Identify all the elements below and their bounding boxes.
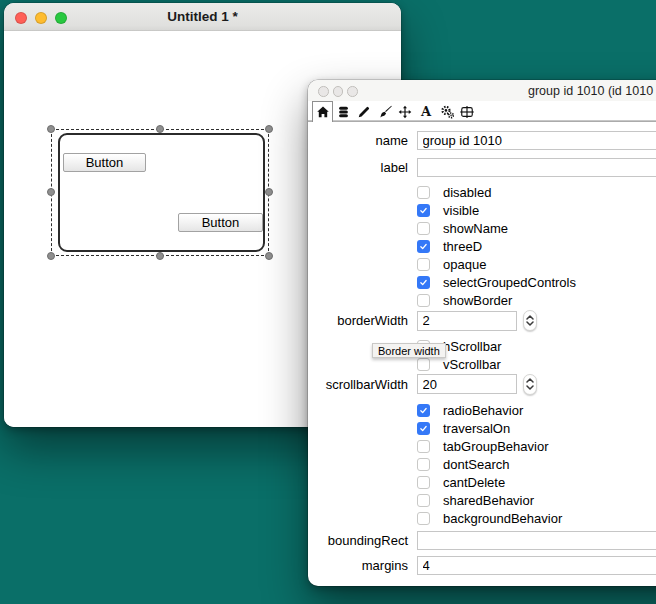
opaque-checkbox-label: opaque xyxy=(443,257,486,272)
pencil-icon xyxy=(357,105,371,119)
canvas-button[interactable]: Button xyxy=(63,153,146,172)
inspector-tab-basic[interactable] xyxy=(312,101,333,122)
inspector-tab-position[interactable] xyxy=(395,101,416,122)
scrollbarWidth-stepper[interactable] xyxy=(523,374,537,395)
property-row-label: label xyxy=(308,158,656,177)
inspector-tab-text[interactable]: A xyxy=(416,101,437,122)
traversalOn-checkbox-label: traversalOn xyxy=(443,421,510,436)
selectGroupedControls-checkbox[interactable] xyxy=(417,276,430,289)
document-title: Untitled 1 * xyxy=(4,3,401,31)
backgroundBehavior-checkbox[interactable] xyxy=(417,512,430,525)
boundingRect-input[interactable] xyxy=(417,531,656,550)
close-button[interactable] xyxy=(318,86,329,97)
checkbox-row-dontSearch: dontSearch xyxy=(308,455,656,473)
borderWidth-input[interactable] xyxy=(417,311,517,331)
vScrollbar-checkbox-label: vScrollbar xyxy=(443,357,501,372)
checkbox-row-tabGroupBehavior: tabGroupBehavior xyxy=(308,437,656,455)
showBorder-checkbox-label: showBorder xyxy=(443,293,512,308)
checkbox-group: radioBehaviortraversalOntabGroupBehavior… xyxy=(308,401,656,527)
inspector-tab-edit[interactable] xyxy=(353,101,374,122)
sharedBehavior-checkbox[interactable] xyxy=(417,494,430,507)
checkbox-row-opaque: opaque xyxy=(308,255,656,273)
field-label-label: label xyxy=(308,160,408,175)
threeD-checkbox-label: threeD xyxy=(443,239,482,254)
checkbox-row-selectGroupedControls: selectGroupedControls xyxy=(308,273,656,291)
cantDelete-checkbox-label: cantDelete xyxy=(443,475,505,490)
inspector-tab-effects[interactable] xyxy=(374,101,395,122)
name-input[interactable] xyxy=(417,131,656,150)
inspector-window: group id 1010 (id 1010 A namelabeldisabl… xyxy=(308,80,656,586)
selectGroupedControls-checkbox-label: selectGroupedControls xyxy=(443,275,576,290)
opaque-checkbox[interactable] xyxy=(417,258,430,271)
checkbox-row-disabled: disabled xyxy=(308,183,656,201)
selection-handle[interactable] xyxy=(265,188,273,196)
stepper-down-icon[interactable] xyxy=(526,321,534,326)
checkbox-group: disabledvisibleshowNamethreeDopaqueselec… xyxy=(308,183,656,309)
tooltip: Border width xyxy=(372,343,446,358)
dontSearch-checkbox-label: dontSearch xyxy=(443,457,510,472)
field-label-margins: margins xyxy=(308,558,408,573)
stepper-down-icon[interactable] xyxy=(526,385,534,390)
inspector-tab-data[interactable] xyxy=(333,101,354,122)
zoom-button[interactable] xyxy=(347,86,358,97)
tabGroupBehavior-checkbox-label: tabGroupBehavior xyxy=(443,439,549,454)
paintbrush-icon xyxy=(378,105,392,119)
checkbox-row-traversalOn: traversalOn xyxy=(308,419,656,437)
threeD-checkbox[interactable] xyxy=(417,240,430,253)
text-icon: A xyxy=(419,105,433,119)
minimize-button[interactable] xyxy=(333,86,344,97)
canvas-button[interactable]: Button xyxy=(178,213,263,232)
margins-input[interactable] xyxy=(417,556,656,575)
tabbar-divider xyxy=(0,120,656,123)
selection-handle[interactable] xyxy=(156,125,164,133)
borderWidth-stepper[interactable] xyxy=(523,310,537,331)
checkbox-row-vScrollbar: vScrollbar xyxy=(308,355,656,373)
checkbox-row-cantDelete: cantDelete xyxy=(308,473,656,491)
radioBehavior-checkbox-label: radioBehavior xyxy=(443,403,523,418)
showName-checkbox-label: showName xyxy=(443,221,508,236)
property-row-scrollbarWidth: scrollbarWidth xyxy=(308,374,656,394)
inspector-tab-advanced[interactable] xyxy=(436,101,457,122)
inspector-tab-geometry[interactable] xyxy=(457,101,478,122)
property-row-name: name xyxy=(308,131,656,150)
inspector-body: namelabeldisabledvisibleshowNamethreeDop… xyxy=(308,122,656,575)
field-label-borderWidth: borderWidth xyxy=(308,313,408,328)
radioBehavior-checkbox[interactable] xyxy=(417,404,430,417)
selection-handle[interactable] xyxy=(156,252,164,260)
field-label-name: name xyxy=(308,133,408,148)
disabled-checkbox-label: disabled xyxy=(443,185,491,200)
stepper-up-icon[interactable] xyxy=(526,315,534,320)
home-icon xyxy=(316,105,330,119)
checkbox-row-showBorder: showBorder xyxy=(308,291,656,309)
document-titlebar[interactable]: Untitled 1 * xyxy=(4,3,401,31)
inspector-window-controls xyxy=(318,86,358,97)
showName-checkbox[interactable] xyxy=(417,222,430,235)
checkbox-group: hScrollbarvScrollbar xyxy=(308,337,656,373)
database-icon xyxy=(337,105,350,119)
showBorder-checkbox[interactable] xyxy=(417,294,430,307)
cantDelete-checkbox[interactable] xyxy=(417,476,430,489)
inspector-titlebar[interactable]: group id 1010 (id 1010 xyxy=(308,80,656,101)
vScrollbar-checkbox[interactable] xyxy=(417,358,430,371)
selection-handle[interactable] xyxy=(265,252,273,260)
scrollbarWidth-input[interactable] xyxy=(417,374,517,394)
selection-handle[interactable] xyxy=(265,125,273,133)
traversalOn-checkbox[interactable] xyxy=(417,422,430,435)
dontSearch-checkbox[interactable] xyxy=(417,458,430,471)
move-icon xyxy=(398,105,412,119)
label-input[interactable] xyxy=(417,158,656,177)
disabled-checkbox[interactable] xyxy=(417,186,430,199)
svg-text:A: A xyxy=(420,105,432,119)
selection-handle[interactable] xyxy=(47,252,55,260)
property-row-boundingRect: boundingRect xyxy=(308,531,656,550)
selection-handle[interactable] xyxy=(47,125,55,133)
geometry-icon xyxy=(460,105,474,119)
stepper-up-icon[interactable] xyxy=(526,378,534,383)
tabGroupBehavior-checkbox[interactable] xyxy=(417,440,430,453)
checkbox-row-visible: visible xyxy=(308,201,656,219)
visible-checkbox[interactable] xyxy=(417,204,430,217)
field-label-boundingRect: boundingRect xyxy=(308,533,408,548)
gears-icon xyxy=(440,105,454,119)
group-selection-rect xyxy=(51,129,269,256)
property-row-margins: margins xyxy=(308,556,656,575)
